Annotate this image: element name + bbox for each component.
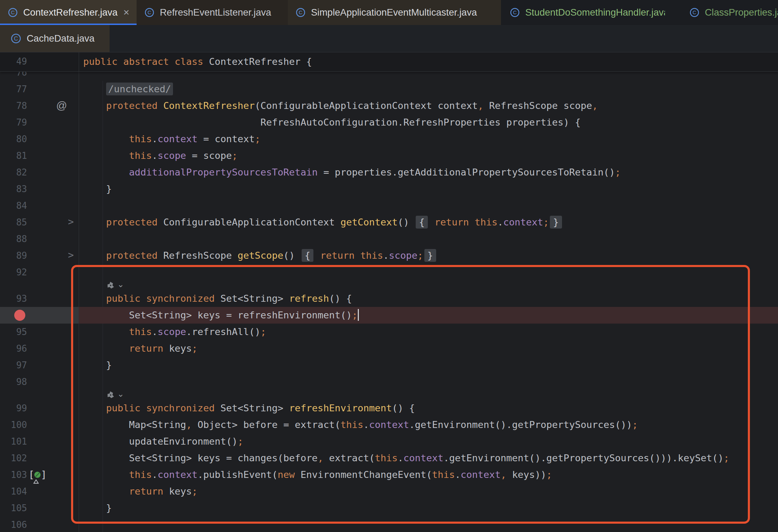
code-token: ; [192, 343, 198, 354]
code-text[interactable]: this.scope = scope; [79, 147, 778, 164]
capture-point-icon[interactable]: [] [28, 466, 47, 483]
code-token [83, 469, 129, 480]
code-token: scope [389, 250, 417, 261]
line-number: 92 [0, 264, 27, 281]
code-text[interactable]: Map<String, Object> before = extract(thi… [79, 417, 778, 433]
code-token: Set<String> keys = refreshEnvironment() [83, 310, 352, 320]
code-line: 104 return keys; [0, 483, 778, 500]
tab-refresheventlistener-java[interactable]: C RefreshEventListener.java [137, 0, 288, 25]
line-number: 82 [0, 164, 27, 181]
code-text[interactable]: RefreshAutoConfiguration.RefreshProperti… [79, 114, 778, 131]
code-token: refreshEnvironment [289, 403, 392, 413]
bracket-glyph: ] [41, 469, 46, 481]
code-token: updateEnvironment() [83, 436, 237, 447]
code-line: 77 /unchecked/ [0, 81, 778, 97]
code-token: ; [255, 134, 261, 144]
code-line: 97 } [0, 357, 778, 374]
code-text[interactable]: Set<String> keys = refreshEnvironment(); [79, 307, 778, 324]
line-number: 95 [0, 324, 27, 340]
code-token: this [129, 469, 152, 480]
tab-simpleapplicationeventmulticaster-java[interactable]: C SimpleApplicationEventMulticaster.java [288, 0, 501, 25]
code-text[interactable] [79, 264, 778, 281]
code-text[interactable]: /unchecked/ [79, 81, 778, 97]
annotation-at-icon[interactable]: @ [56, 97, 67, 114]
code-text[interactable] [79, 374, 778, 390]
code-text[interactable]: this.context.publishEvent(new Environmen… [79, 466, 778, 483]
close-icon[interactable]: ✕ [123, 8, 130, 17]
code-token: Map<String [83, 419, 186, 430]
code-token: (ConfigurableApplicationContext context [255, 100, 478, 111]
code-token: keys [163, 343, 192, 354]
code-text[interactable]: this.scope.refreshAll(); [79, 324, 778, 340]
breakpoint-icon[interactable] [14, 310, 25, 321]
code-token: public abstract class [83, 56, 209, 67]
ai-inlay-icon[interactable] [106, 281, 115, 290]
ai-inlay-icon[interactable] [106, 391, 115, 400]
sticky-line: 49 public abstract class ContextRefreshe… [0, 52, 778, 71]
code-token: , [501, 469, 507, 480]
line-number: 103 [0, 466, 27, 483]
code-text[interactable] [79, 516, 778, 532]
code-text[interactable]: } [79, 500, 778, 516]
tab-label: CacheData.java [27, 33, 95, 44]
code-token: ; [352, 310, 358, 320]
line-number: 102 [0, 450, 27, 466]
code-token: Set<String> [221, 293, 289, 304]
code-text[interactable]: this.context = context; [79, 131, 778, 147]
java-class-icon: C [510, 7, 520, 18]
code-line: 95 this.scope.refreshAll(); [0, 324, 778, 340]
code-token [83, 486, 129, 497]
chevron-down-icon[interactable]: ⌄ [117, 280, 124, 289]
code-text[interactable]: protected RefreshScope getScope() { retu… [79, 247, 778, 264]
code-text[interactable]: } [79, 357, 778, 374]
code-token: ; [546, 469, 552, 480]
tab-contextrefresher-java[interactable]: C ContextRefresher.java ✕ [0, 0, 137, 25]
code-token: RefreshAutoConfiguration.RefreshProperti… [83, 117, 581, 128]
code-text[interactable] [79, 71, 778, 81]
line-number: 49 [0, 52, 27, 69]
java-class-icon: C [295, 7, 306, 18]
code-text[interactable]: additionalPropertySourcesToRetain = prop… [79, 164, 778, 181]
code-text[interactable]: protected ContextRefresher(ConfigurableA… [79, 97, 778, 114]
code-token: this [340, 419, 363, 430]
line-number: 97 [0, 357, 27, 374]
line-number: 80 [0, 131, 27, 147]
tab-classproperties-java[interactable]: C ClassProperties.java [684, 0, 778, 25]
code-line: 106 [0, 516, 778, 532]
code-token: ConfigurableApplicationContext [163, 217, 340, 228]
fold-arrow-icon[interactable]: > [68, 214, 74, 231]
code-text[interactable] [79, 197, 778, 214]
code-token: return [129, 343, 163, 354]
code-editor[interactable]: 7677 /unchecked/78@ protected ContextRef… [0, 71, 778, 532]
code-token: this [432, 469, 455, 480]
code-text[interactable]: return keys; [79, 340, 778, 357]
chevron-down-icon[interactable]: ⌄ [117, 389, 124, 399]
tab-cachedata-java[interactable]: C CacheData.java [0, 25, 110, 52]
code-token: , [478, 100, 484, 111]
line-number: 93 [0, 290, 27, 307]
fold-arrow-icon[interactable]: > [68, 247, 74, 264]
code-text[interactable]: return keys; [79, 483, 778, 500]
code-text[interactable]: Set<String> keys = changes(before, extra… [79, 450, 778, 466]
code-text[interactable]: public synchronized Set<String> refreshE… [79, 400, 778, 417]
svg-text:C: C [148, 9, 152, 15]
code-token: ; [260, 326, 266, 337]
code-text[interactable]: } [79, 181, 778, 197]
code-text[interactable]: protected ConfigurableApplicationContext… [79, 214, 778, 231]
code-token: EnvironmentChangeEvent( [295, 469, 432, 480]
code-token: { [416, 216, 428, 229]
code-text[interactable]: public synchronized Set<String> refresh(… [79, 290, 778, 307]
inlay-hint-row: ⌄ [0, 281, 778, 290]
code-token: . [455, 469, 461, 480]
code-token: this [129, 150, 152, 161]
tab-studentdosomethinghandler-java[interactable]: C StudentDoSomethingHandler.java [505, 0, 665, 25]
code-line: 103[] this.context.publishEvent(new Envi… [0, 466, 778, 483]
line-number: 105 [0, 500, 27, 516]
code-token: context [404, 453, 443, 463]
svg-text:C: C [299, 9, 303, 15]
code-token: ; [192, 486, 198, 497]
code-text[interactable] [79, 231, 778, 247]
code-line: 100 Map<String, Object> before = extract… [0, 417, 778, 433]
code-text[interactable]: updateEnvironment(); [79, 433, 778, 450]
code-token: ; [632, 419, 638, 430]
